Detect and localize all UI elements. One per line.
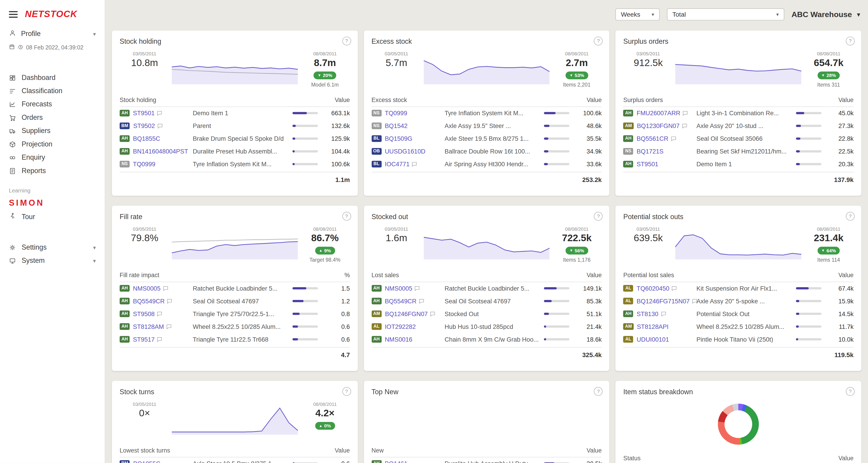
comment-icon[interactable] [157, 111, 162, 116]
item-code-link[interactable]: ST9502 [133, 122, 155, 129]
card-table: Lost salesValueAHNMS0005Ratchet Buckle L… [372, 272, 602, 358]
item-code-link[interactable]: ST9501 [133, 110, 154, 117]
item-code-link[interactable]: TQ6020450 [637, 285, 670, 292]
simon-logo[interactable]: SIMON [0, 195, 105, 210]
item-code-link[interactable]: NMS0016 [385, 336, 412, 342]
item-code-link[interactable]: BQ1246FGN07 [385, 311, 428, 317]
item-code-link[interactable]: BQ5549CR [133, 298, 164, 305]
item-code-link[interactable]: IOC4771 [385, 161, 409, 167]
item-code-link[interactable]: UDUI00101 [637, 336, 669, 342]
sidebar-item-tour[interactable]: Tour [0, 209, 105, 224]
table-row: AMST8128APIWheel 8.25x22.5 10/285 Alum..… [623, 320, 854, 333]
item-class-badge: NS [120, 161, 130, 167]
item-code-link[interactable]: UUSDG1610D [385, 148, 426, 154]
item-code-link[interactable]: BQ1855C [133, 461, 160, 463]
sidebar-item-enquiry[interactable]: Enquiry [0, 151, 105, 164]
settings-icon [9, 244, 16, 251]
comment-icon[interactable] [683, 111, 688, 116]
comment-icon[interactable] [418, 298, 424, 304]
profile-menu[interactable]: Profile ▾ [0, 25, 105, 43]
item-code-link[interactable]: BQ1855C [133, 135, 160, 142]
comment-icon[interactable] [671, 136, 676, 141]
dashboard-icon [9, 74, 16, 81]
table-row: AHBQ1461Duralite Hub Assembly H Duty...3… [372, 457, 602, 463]
warehouse-select[interactable]: ABC Warehouse ▼ [792, 10, 861, 19]
menu-icon[interactable] [9, 9, 18, 19]
item-code-link[interactable]: ST9501 [637, 161, 658, 167]
table-col-left: Fill rate impact [120, 272, 159, 278]
card-table: StatusValue [623, 455, 854, 463]
item-code-link[interactable]: BQ5561CR [637, 135, 668, 142]
sidebar-item-forecasts[interactable]: Forecasts [0, 97, 105, 111]
sidebar-item-projection[interactable]: Projection [0, 138, 105, 151]
item-code-link[interactable]: BQ5549CR [385, 298, 416, 305]
sidebar-item-system[interactable]: System▾ [0, 254, 105, 267]
item-code-link[interactable]: ST8130 [637, 311, 658, 317]
comment-icon[interactable] [157, 123, 163, 129]
comment-icon[interactable] [163, 286, 168, 291]
item-code-link[interactable]: BQ1461 [385, 461, 407, 463]
comment-icon[interactable] [414, 286, 420, 291]
item-value: 11.7k [827, 323, 854, 330]
filter-select[interactable]: Total ▾ [667, 8, 784, 21]
item-code-link[interactable]: NMS0005 [385, 285, 412, 292]
item-code-link[interactable]: BQ1542 [385, 122, 407, 129]
sidebar-item-suppliers[interactable]: Suppliers [0, 124, 105, 137]
comment-icon[interactable] [157, 337, 162, 342]
stat-end-date: 08/08/2011 [300, 402, 350, 407]
comment-icon[interactable] [167, 298, 172, 304]
item-code-link[interactable]: TQ0999 [385, 110, 407, 117]
sidebar-item-settings[interactable]: Settings▾ [0, 241, 105, 254]
item-code-link[interactable]: BQ1721S [637, 148, 663, 154]
item-code-link[interactable]: ST9508 [133, 311, 154, 317]
help-icon[interactable]: ? [342, 387, 351, 396]
comment-icon[interactable] [157, 311, 162, 317]
item-class-badge: OB [372, 148, 381, 154]
table-row: AHBQ5549CRSeal Oil Scotseal 4769785.3k [372, 295, 602, 308]
stat-end-value: 8.7m [300, 57, 350, 69]
sidebar-item-reports[interactable]: Reports [0, 164, 105, 177]
help-icon[interactable]: ? [846, 37, 855, 46]
item-name: Light 3-in-1 Combination Re... [696, 110, 792, 117]
sidebar-item-orders[interactable]: Orders [0, 111, 105, 124]
comment-icon [682, 123, 687, 129]
period-select[interactable]: Weeks ▾ [615, 8, 660, 21]
sidebar-item-classification[interactable]: Classification [0, 84, 105, 97]
comment-icon[interactable] [412, 161, 417, 167]
help-icon[interactable]: ? [846, 212, 855, 221]
help-icon[interactable]: ? [342, 212, 351, 221]
item-code-link[interactable]: BN1416048004PST [133, 148, 188, 154]
help-icon[interactable]: ? [342, 37, 351, 46]
item-name: Demo Item 1 [696, 161, 792, 167]
comment-icon[interactable] [430, 311, 435, 317]
sidebar-item-dashboard[interactable]: Dashboard [0, 71, 105, 84]
comment-icon[interactable] [166, 324, 172, 329]
item-code-cell: AHBQ5549CR [372, 298, 444, 305]
help-icon[interactable]: ? [846, 387, 855, 396]
table-header: Stock holdingValue [120, 96, 350, 107]
comment-icon[interactable] [672, 286, 677, 291]
stat-start-date: 03/05/2011 [623, 226, 673, 232]
item-code-link[interactable]: FMU26007ARR [637, 110, 680, 117]
comment-icon[interactable] [660, 311, 666, 317]
learning-label: Learning [0, 186, 105, 195]
chevron-down-icon: ▾ [93, 258, 96, 264]
card-surplus-orders: Surplus orders?03/05/2011912.5k08/08/201… [616, 30, 861, 196]
item-class-badge: AH [120, 110, 130, 117]
item-code-link[interactable]: ST9517 [133, 336, 154, 342]
comment-icon [660, 311, 666, 317]
system-icon [9, 257, 16, 264]
item-code-link[interactable]: BQ1509G [385, 135, 412, 142]
change-badge: ▼64% [817, 247, 840, 254]
comment-icon[interactable] [682, 123, 687, 129]
item-code-link[interactable]: ST8128API [637, 323, 669, 330]
item-code-link[interactable]: ST8128AM [133, 323, 164, 330]
item-code-link[interactable]: IOT292282 [385, 323, 416, 330]
item-code-link[interactable]: BQ1230FGN07 [637, 122, 680, 129]
card-title: Stocked out [372, 213, 602, 221]
table-header: Surplus ordersValue [623, 96, 854, 107]
item-code-link[interactable]: NMS0005 [133, 285, 160, 292]
card-stats: 03/05/201110.8m08/08/20118.7m▼20%Model 6… [120, 51, 350, 90]
item-code-link[interactable]: BQ1246FG715N07 [637, 298, 690, 305]
item-code-link[interactable]: TQ0999 [133, 161, 155, 167]
